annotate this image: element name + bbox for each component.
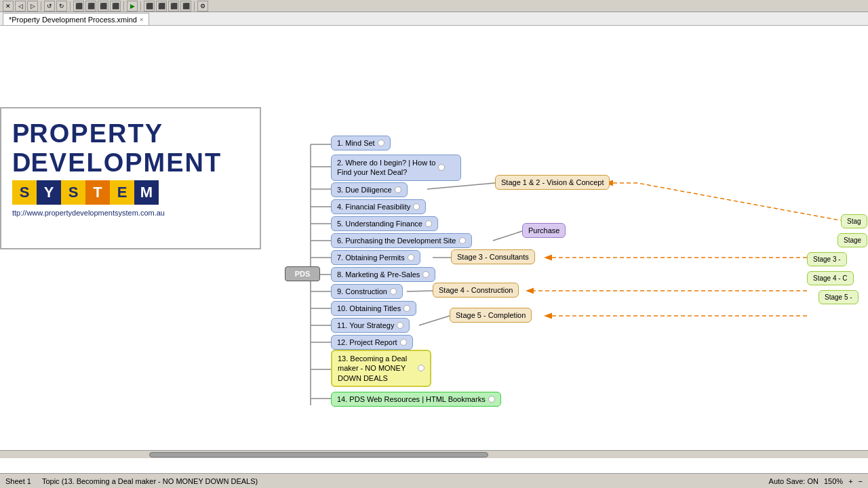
toolbar-sep-5	[194, 1, 195, 11]
toolbar-icon-5[interactable]: ↻	[56, 1, 67, 12]
node-7-label: 7. Obtaining Permits	[337, 253, 405, 262]
stage-4-label: Stage 4 - Construction	[439, 286, 513, 294]
stage-far-right-5-label: Stage 5 -	[825, 293, 852, 301]
node-2[interactable]: 2. Where do I begin? | How toFind your N…	[331, 155, 461, 181]
brand-system-letters: S Y S T E M	[12, 180, 249, 205]
toolbar-icon-8[interactable]: ⬛	[98, 1, 108, 12]
node-10-label: 10. Obtaining Titles	[337, 304, 401, 312]
brand-letter-y: Y	[37, 180, 61, 205]
toolbar-icon-13[interactable]: ⬛	[180, 1, 191, 12]
stage-1-2-label: Stage 1 & 2 - Vision & Concept	[501, 178, 604, 186]
stage-far-right-2[interactable]: Stage	[837, 233, 867, 247]
toolbar-icon-6[interactable]: ⬛	[73, 1, 84, 12]
brand-prefix-d: D	[12, 148, 31, 178]
node-13-label: 13. Becoming a Deal maker - NO MONEY DOW…	[338, 354, 415, 383]
toolbar-icon-3[interactable]: ▷	[27, 1, 38, 12]
node-11-label: 11. Your Strategy	[337, 321, 394, 329]
node-14-expand[interactable]	[488, 396, 495, 403]
node-7-expand[interactable]	[408, 254, 414, 261]
toolbar-icon-gear[interactable]: ⚙	[197, 1, 208, 12]
toolbar-icon-12[interactable]: ⬛	[168, 1, 179, 12]
tab-close-icon[interactable]: ×	[140, 16, 143, 23]
stage-far-right-3-label: Stage 3 -	[813, 256, 841, 263]
node-5-expand[interactable]	[425, 220, 432, 227]
node-10[interactable]: 10. Obtaining Titles	[331, 301, 416, 316]
toolbar: ✕ ◁ ▷ ↺ ↻ ⬛ ⬛ ⬛ ⬛ ▶ ⬛ ⬛ ⬛ ⬛ ⚙	[0, 0, 868, 12]
node-7[interactable]: 7. Obtaining Permits	[331, 250, 420, 265]
pds-label: PDS	[295, 270, 311, 278]
pds-node[interactable]: PDS	[285, 266, 320, 281]
brand-box: P ROPERTY D EVELOPMENT S Y S T E M ttp:/…	[0, 107, 261, 249]
brand-url: ttp://www.propertydevelopmentsystem.com.…	[12, 209, 249, 217]
svg-line-18	[407, 291, 433, 291]
node-4-expand[interactable]	[413, 203, 420, 210]
stage-3-node[interactable]: Stage 3 - Consultants	[451, 249, 535, 264]
status-right: Auto Save: ON 150% + −	[769, 477, 863, 485]
stage-5-node[interactable]: Stage 5 - Completion	[450, 308, 532, 323]
node-2-expand[interactable]	[438, 164, 445, 171]
node-12-label: 12. Project Report	[337, 338, 397, 346]
stage-4-node[interactable]: Stage 4 - Construction	[433, 283, 519, 298]
toolbar-icon-10[interactable]: ⬛	[144, 1, 155, 12]
stage-3-label: Stage 3 - Consultants	[457, 253, 529, 261]
toolbar-sep-1	[41, 1, 41, 11]
brand-title-development: EVELOPMENT	[31, 150, 222, 176]
horizontal-scrollbar[interactable]	[0, 450, 868, 458]
toolbar-icon-11[interactable]: ⬛	[156, 1, 167, 12]
node-9[interactable]: 9. Construction	[331, 284, 403, 299]
purchase-label: Purchase	[528, 226, 559, 235]
main-canvas: P ROPERTY D EVELOPMENT S Y S T E M ttp:/…	[0, 26, 868, 473]
toolbar-icon-7[interactable]: ⬛	[85, 1, 96, 12]
node-8[interactable]: 8. Marketing & Pre-Sales	[331, 267, 435, 282]
stage-far-right-3[interactable]: Stage 3 -	[807, 252, 847, 266]
brand-letter-m: M	[134, 180, 159, 205]
zoom-in-icon[interactable]: +	[848, 477, 852, 485]
stage-5-label: Stage 5 - Completion	[456, 311, 526, 319]
node-5[interactable]: 5. Understanding Finance	[331, 216, 438, 231]
svg-line-16	[493, 231, 522, 241]
node-1-expand[interactable]	[378, 140, 384, 146]
node-11[interactable]: 11. Your Strategy	[331, 318, 410, 333]
toolbar-icon-2[interactable]: ◁	[15, 1, 26, 12]
stage-far-right-4[interactable]: Stage 4 - C	[807, 271, 854, 285]
stage-far-right-5[interactable]: Stage 5 -	[818, 290, 859, 304]
stage-1-2-node[interactable]: Stage 1 & 2 - Vision & Concept	[495, 175, 610, 190]
node-12-expand[interactable]	[400, 339, 407, 346]
node-9-expand[interactable]	[390, 288, 397, 295]
node-8-expand[interactable]	[422, 271, 429, 278]
node-14[interactable]: 14. PDS Web Resources | HTML Bookmarks	[331, 392, 501, 407]
node-12[interactable]: 12. Project Report	[331, 335, 413, 350]
toolbar-icon-1[interactable]: ✕	[3, 1, 14, 12]
node-6-expand[interactable]	[459, 237, 466, 244]
tab-title: *Property Development Process.xmind	[9, 16, 137, 24]
tabbar: *Property Development Process.xmind ×	[0, 12, 868, 26]
sheet-label: Sheet 1	[5, 477, 31, 485]
tab-property-process[interactable]: *Property Development Process.xmind ×	[3, 13, 149, 25]
stage-far-right-2-label: Stage	[844, 237, 861, 244]
svg-line-24	[637, 183, 851, 222]
node-4[interactable]: 4. Financial Feasibility	[331, 199, 426, 214]
scrollbar-thumb[interactable]	[149, 452, 488, 458]
node-13[interactable]: 13. Becoming a Deal maker - NO MONEY DOW…	[331, 350, 431, 387]
purchase-node[interactable]: Purchase	[522, 223, 566, 238]
node-1[interactable]: 1. Mind Set	[331, 136, 391, 150]
toolbar-icon-4[interactable]: ↺	[44, 1, 55, 12]
svg-line-19	[419, 316, 450, 325]
node-13-expand[interactable]	[418, 365, 425, 371]
node-4-label: 4. Financial Feasibility	[337, 203, 410, 211]
toolbar-icon-9[interactable]: ⬛	[110, 1, 121, 12]
zoom-level: 150%	[824, 477, 843, 485]
stage-far-right-1[interactable]: Stag	[841, 214, 867, 228]
toolbar-icon-play[interactable]: ▶	[127, 1, 138, 12]
brand-letter-s2: S	[61, 180, 85, 205]
node-3-expand[interactable]	[395, 186, 401, 193]
node-3[interactable]: 3. Due Diligence	[331, 182, 408, 197]
node-6[interactable]: 6. Purchasing the Development Site	[331, 233, 472, 248]
toolbar-sep-2	[70, 1, 71, 11]
node-11-expand[interactable]	[397, 322, 403, 329]
node-6-label: 6. Purchasing the Development Site	[337, 237, 456, 245]
zoom-out-icon[interactable]: −	[859, 477, 863, 485]
toolbar-sep-4	[140, 1, 141, 11]
autosave-label: Auto Save: ON	[769, 477, 818, 485]
node-10-expand[interactable]	[403, 305, 410, 312]
